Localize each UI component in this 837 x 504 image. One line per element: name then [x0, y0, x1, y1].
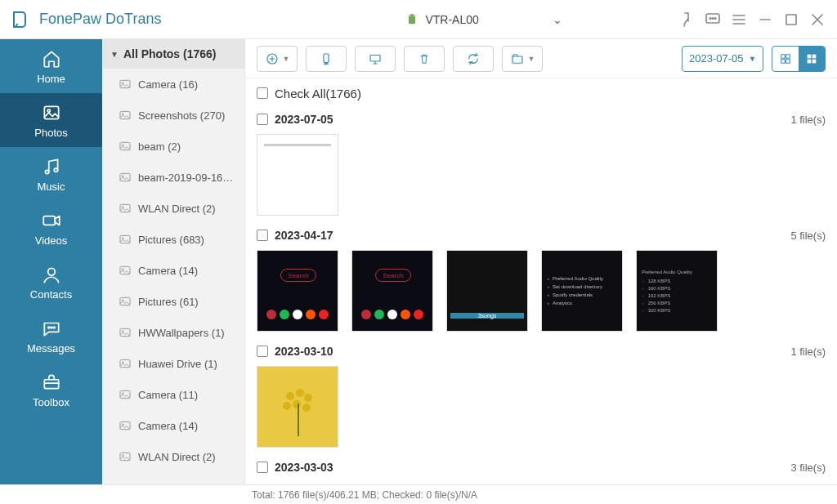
view-toggle: [772, 46, 826, 72]
collapse-icon: ▼: [110, 50, 119, 59]
svg-point-40: [122, 424, 123, 426]
svg-point-3: [709, 17, 711, 19]
svg-point-32: [122, 300, 123, 301]
folder-header[interactable]: ▼ All Photos (1766): [102, 39, 244, 69]
export-pc-button[interactable]: [355, 46, 396, 72]
nav-contacts[interactable]: Contacts: [0, 255, 102, 309]
svg-point-18: [122, 83, 123, 84]
menu-icon[interactable]: [729, 10, 749, 29]
svg-point-38: [122, 393, 123, 395]
folder-item[interactable]: Pictures (61): [102, 286, 244, 317]
group-header[interactable]: 2023-04-175 file(s): [257, 224, 826, 247]
folder-item[interactable]: beam-2019-09-16 (77): [102, 162, 244, 193]
add-button[interactable]: ▼: [257, 46, 298, 72]
photo-thumb[interactable]: Search: [351, 250, 433, 332]
folder-item[interactable]: Huawei Drive (1): [102, 348, 244, 379]
share-icon[interactable]: [677, 10, 696, 29]
svg-point-5: [714, 17, 716, 19]
folder-item[interactable]: HWWallpapers (1): [102, 317, 244, 348]
photo-thumb[interactable]: Search: [257, 250, 338, 332]
photo-thumb[interactable]: 3songs: [446, 250, 528, 332]
delete-button[interactable]: [404, 46, 445, 72]
home-icon: [41, 48, 62, 69]
sidebar: HomePhotosMusicVideosContactsMessagesToo…: [0, 39, 102, 484]
group-header[interactable]: 2023-03-101 file(s): [257, 340, 826, 363]
date-filter[interactable]: 2023-07-05 ▼: [682, 46, 763, 72]
group-checkbox[interactable]: [257, 462, 268, 473]
svg-point-10: [54, 168, 57, 172]
thumb-row: [257, 131, 826, 224]
folder-label: Screenshots (270): [138, 109, 225, 122]
device-selector[interactable]: VTR-AL00 ⌄: [398, 7, 570, 33]
folder-label: Camera (14): [138, 265, 198, 277]
refresh-button[interactable]: [453, 46, 494, 72]
nav-label: Music: [38, 181, 65, 193]
check-all-checkbox[interactable]: [257, 87, 268, 99]
svg-rect-54: [812, 59, 817, 63]
folder-item[interactable]: Camera (11): [102, 379, 244, 410]
grid-view-button[interactable]: [799, 47, 825, 71]
group-checkbox[interactable]: [257, 346, 268, 357]
folder-label: HWWallpapers (1): [138, 327, 225, 339]
group-count: 1 file(s): [790, 346, 826, 358]
group-date: 2023-03-03: [275, 461, 333, 474]
content-pane: ▼ ▼ 2023-07-05 ▼ Check All(1766) 2023-07…: [245, 39, 837, 484]
status-bar: Total: 1766 file(s)/406.21 MB; Checked: …: [0, 484, 837, 504]
folder-item[interactable]: Pictures (683): [102, 224, 244, 255]
svg-rect-52: [812, 54, 817, 58]
photo-thumb[interactable]: Preferred Audio QualitySet download dire…: [541, 250, 623, 332]
photo-thumb[interactable]: Preferred Audio Quality128 KBPS160 KBPS1…: [636, 250, 718, 332]
svg-rect-48: [786, 54, 790, 58]
folder-item[interactable]: WLAN Direct (2): [102, 441, 244, 472]
svg-rect-6: [786, 15, 796, 25]
folder-item[interactable]: Camera (14): [102, 410, 244, 441]
svg-point-0: [410, 15, 411, 16]
music-icon: [41, 156, 62, 177]
folder-item[interactable]: Camera (14): [102, 255, 244, 286]
svg-rect-45: [370, 55, 380, 61]
nav-home[interactable]: Home: [0, 39, 102, 93]
chevron-down-icon: ⌄: [553, 13, 562, 26]
svg-point-1: [414, 15, 414, 16]
maximize-icon[interactable]: [781, 10, 801, 29]
group-count: 5 file(s): [790, 230, 826, 242]
svg-point-12: [47, 268, 55, 275]
nav-toolbox[interactable]: Toolbox: [0, 363, 102, 417]
group-checkbox[interactable]: [257, 230, 268, 241]
nav-photos[interactable]: Photos: [0, 93, 102, 147]
list-view-button[interactable]: [772, 47, 799, 71]
videos-icon: [41, 210, 62, 231]
folder-item[interactable]: beam (2): [102, 131, 244, 162]
folder-item[interactable]: Screenshots (270): [102, 100, 244, 131]
group-header[interactable]: 2023-07-051 file(s): [257, 108, 826, 131]
nav-music[interactable]: Music: [0, 147, 102, 201]
group-checkbox[interactable]: [257, 114, 268, 125]
export-device-button[interactable]: [306, 46, 347, 72]
device-name: VTR-AL00: [425, 13, 546, 26]
folder-item[interactable]: WLAN Direct (2): [102, 193, 244, 224]
album-button[interactable]: ▼: [502, 46, 543, 72]
group-date: 2023-07-05: [275, 113, 333, 126]
svg-point-30: [122, 269, 123, 270]
svg-point-28: [122, 238, 123, 239]
nav-messages[interactable]: Messages: [0, 309, 102, 363]
svg-rect-11: [43, 216, 55, 225]
svg-rect-46: [512, 56, 522, 63]
android-icon: [405, 13, 418, 26]
folder-label: Pictures (683): [138, 234, 204, 246]
feedback-icon[interactable]: [703, 10, 723, 29]
nav-label: Messages: [27, 342, 75, 355]
group-header[interactable]: 2023-03-033 file(s): [257, 456, 826, 479]
check-all-row[interactable]: Check All(1766): [245, 78, 837, 108]
svg-rect-50: [786, 59, 790, 63]
svg-point-13: [47, 327, 49, 328]
group-count: 3 file(s): [790, 462, 826, 474]
close-icon[interactable]: [808, 10, 827, 29]
folder-item[interactable]: Camera (16): [102, 69, 244, 100]
photo-thumb[interactable]: [257, 134, 338, 216]
svg-point-14: [51, 327, 52, 328]
minimize-icon[interactable]: [755, 10, 775, 29]
check-all-label: Check All(1766): [275, 87, 361, 100]
photo-thumb[interactable]: [257, 366, 338, 448]
nav-videos[interactable]: Videos: [0, 201, 102, 255]
